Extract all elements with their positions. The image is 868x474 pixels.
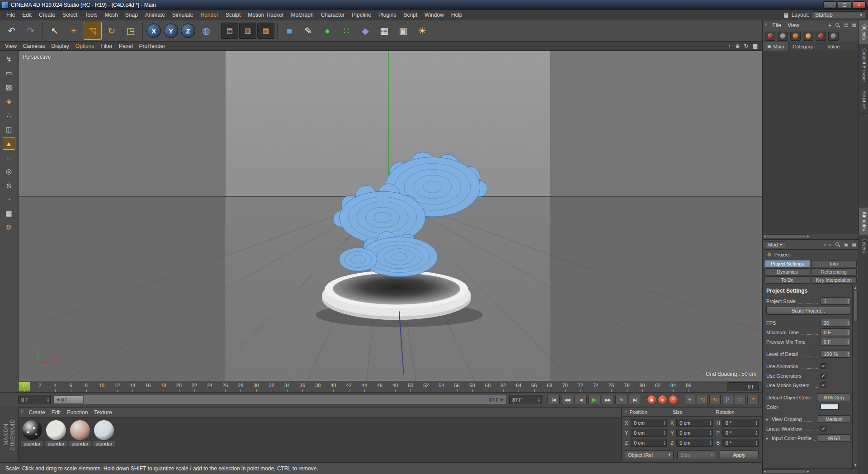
viewport-canvas[interactable]: Y X bbox=[19, 51, 762, 381]
stepper-icon[interactable]: ▴▾ bbox=[847, 351, 849, 357]
menu-mograph[interactable]: MoGraph bbox=[288, 10, 317, 19]
stepper-down-icon[interactable]: ▾ bbox=[710, 443, 712, 446]
ruler-end-frame-field[interactable]: 0 F bbox=[727, 382, 759, 391]
scroll-right-icon[interactable]: ▸ bbox=[807, 469, 809, 474]
stepper-down-icon[interactable]: ▾ bbox=[47, 400, 49, 403]
stepper-down-icon[interactable]: ▾ bbox=[847, 354, 849, 357]
move-tool[interactable]: + bbox=[65, 22, 83, 40]
field-minimum-time-input[interactable]: 0 F▴▾ bbox=[821, 328, 850, 336]
stepper-down-icon[interactable]: ▾ bbox=[755, 433, 757, 436]
scrollbar-thumb[interactable] bbox=[767, 234, 806, 238]
scroll-down-icon[interactable]: ▾ bbox=[854, 463, 857, 467]
quantize-button[interactable]: ◔ bbox=[3, 193, 15, 206]
field-preview-min-time-input[interactable]: 0 F▴▾ bbox=[821, 338, 850, 346]
add-floor-button[interactable]: ▦ bbox=[375, 22, 393, 40]
lock-workplane-button[interactable]: ▦ bbox=[3, 207, 15, 220]
viewport-menu-display[interactable]: Display bbox=[48, 42, 72, 50]
tab-to-do[interactable]: To Do bbox=[764, 276, 810, 284]
menu-animate[interactable]: Animate bbox=[142, 10, 169, 19]
timeline-slider[interactable]: ◀ 0 F 87 F ▶ bbox=[53, 395, 506, 404]
layout-dropdown[interactable]: Startup ▾ bbox=[812, 11, 865, 19]
keyframe-selection-button[interactable]: ? bbox=[669, 395, 678, 404]
timeline-button[interactable]: ≡ bbox=[747, 395, 759, 404]
stepper-down-icon[interactable]: ▾ bbox=[755, 423, 757, 426]
stepper-icon[interactable]: ▴▾ bbox=[710, 440, 712, 446]
stepper-down-icon[interactable]: ▾ bbox=[847, 332, 849, 335]
menu-edit[interactable]: Edit bbox=[19, 10, 35, 19]
undo-button[interactable]: ↶ bbox=[3, 22, 21, 40]
menu-snap[interactable]: Snap bbox=[122, 10, 142, 19]
stepper-icon[interactable]: ▴▾ bbox=[664, 420, 666, 426]
add-array-button[interactable]: ∷ bbox=[337, 22, 355, 40]
record-keyframe-button[interactable]: ◆ bbox=[647, 395, 656, 404]
scrollbar-thumb[interactable] bbox=[767, 469, 806, 474]
stepper-icon[interactable]: ▴▾ bbox=[847, 330, 849, 335]
field-linear-workflow-checkbox[interactable]: ✓ bbox=[821, 426, 826, 431]
points-mode-button[interactable]: ∴ bbox=[3, 109, 15, 122]
workplane-settings-button[interactable]: ⚙ bbox=[3, 221, 15, 234]
search-icon[interactable] bbox=[835, 23, 840, 28]
scale-project-button[interactable]: Scale Project... bbox=[766, 307, 850, 315]
field-default-object-color-dropdown[interactable]: 80% Gray bbox=[818, 393, 850, 401]
record-scale-toggle[interactable]: ◹ bbox=[697, 395, 708, 404]
stepper-icon[interactable]: ▴▾ bbox=[710, 420, 712, 426]
viewport-menu-filter[interactable]: Filter bbox=[97, 42, 116, 50]
redo-button[interactable]: ↷ bbox=[22, 22, 40, 40]
edges-mode-button[interactable]: ◫ bbox=[3, 123, 15, 136]
autokeying-button[interactable]: ● bbox=[658, 395, 667, 404]
render-settings-button[interactable]: ▦ bbox=[257, 23, 274, 39]
pan-view-icon[interactable]: + bbox=[728, 43, 731, 49]
side-tab-structure[interactable]: Structure bbox=[859, 86, 868, 114]
viewport-menu-cameras[interactable]: Cameras bbox=[20, 42, 48, 50]
scroll-right-icon[interactable]: ▸ bbox=[807, 234, 809, 238]
rotate-tool[interactable]: ↻ bbox=[103, 22, 121, 40]
render-view-button[interactable]: ▤ bbox=[221, 23, 238, 39]
history-forward-icon[interactable]: ▸ bbox=[829, 242, 831, 247]
column-header-category[interactable]: Category bbox=[789, 42, 824, 51]
scroll-left-icon[interactable]: ◂ bbox=[764, 234, 766, 238]
object-list[interactable] bbox=[763, 51, 859, 233]
menu-motion-tracker[interactable]: Motion Tracker bbox=[244, 10, 287, 19]
menu-render[interactable]: Render bbox=[197, 10, 222, 19]
object-manager-menu-file[interactable]: File bbox=[769, 21, 784, 29]
viewport-menu-view[interactable]: View bbox=[2, 42, 20, 50]
field-view-clipping-dropdown[interactable]: Medium bbox=[818, 415, 850, 423]
snap-button[interactable]: S bbox=[3, 179, 15, 192]
stepper-icon[interactable]: ▴▾ bbox=[755, 430, 757, 436]
stepper-down-icon[interactable]: ▾ bbox=[847, 301, 849, 304]
stepper-down-icon[interactable]: ▾ bbox=[664, 423, 666, 426]
object-manager-hscrollbar[interactable]: ◂ ▸ bbox=[763, 233, 859, 239]
stepper-down-icon[interactable]: ▾ bbox=[664, 433, 666, 436]
previous-key-button[interactable]: ◀◀ bbox=[561, 395, 573, 404]
lock-icon[interactable]: ▣ bbox=[844, 242, 848, 247]
tab-dynamics[interactable]: Dynamics bbox=[764, 268, 810, 275]
scroll-left-icon[interactable]: ◂ bbox=[764, 469, 766, 474]
lock-z-axis-button[interactable]: Z bbox=[181, 24, 195, 38]
record-position-toggle[interactable]: + bbox=[684, 395, 695, 404]
stepper-down-icon[interactable]: ▾ bbox=[710, 433, 712, 436]
object-manager-menu-view[interactable]: View bbox=[784, 21, 802, 29]
position-z-field[interactable]: 0 cm▴▾ bbox=[631, 439, 667, 447]
rotate-view-icon[interactable]: ↻ bbox=[744, 43, 749, 49]
material-swatch[interactable]: standar bbox=[93, 420, 115, 446]
stepper-down-icon[interactable]: ▾ bbox=[755, 443, 757, 446]
tab-main[interactable]: ▣ Main bbox=[763, 42, 789, 51]
materials-menu-create[interactable]: Create bbox=[26, 408, 48, 417]
lock-x-axis-button[interactable]: X bbox=[146, 24, 161, 38]
layer-filter-icon[interactable] bbox=[828, 32, 839, 41]
shader-filter-icon[interactable] bbox=[778, 32, 788, 41]
panel-menu-icon[interactable]: ▦ bbox=[852, 242, 856, 247]
stepper-down-icon[interactable]: ▾ bbox=[847, 323, 849, 326]
add-camera-button[interactable]: ▣ bbox=[394, 22, 412, 40]
material-filter-icon[interactable] bbox=[765, 32, 775, 41]
record-rotation-toggle[interactable]: ↻ bbox=[709, 395, 721, 404]
side-tab-attributes[interactable]: Attributes bbox=[859, 208, 868, 235]
stepper-icon[interactable]: ▴▾ bbox=[847, 320, 849, 326]
field-input-color-profile-dropdown[interactable]: sRGB bbox=[818, 434, 850, 442]
drag-handle-icon[interactable]: ⠿ bbox=[21, 410, 24, 414]
stepper-down-icon[interactable]: ▾ bbox=[664, 443, 666, 446]
stepper-icon[interactable]: ▴▾ bbox=[847, 299, 849, 304]
stepper-icon[interactable]: ▴▾ bbox=[664, 440, 666, 446]
field-use-animation-checkbox[interactable]: ✓ bbox=[821, 363, 826, 369]
size-x-field[interactable]: 0 cm▴▾ bbox=[676, 419, 712, 427]
